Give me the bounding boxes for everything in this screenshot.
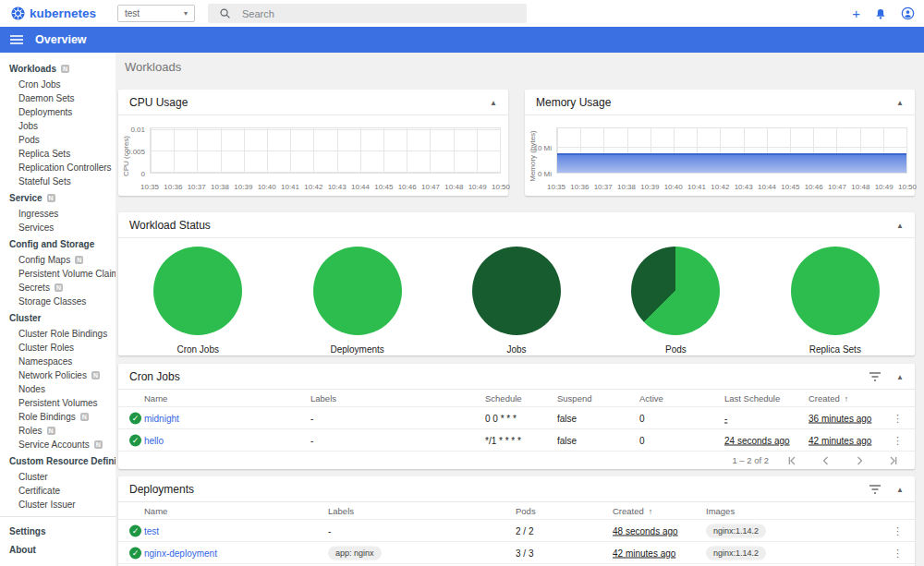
x-tick-label: 10:43 [735, 183, 753, 191]
first-page-icon[interactable] [787, 455, 798, 466]
sidebar-item-replica-sets[interactable]: Replica Sets [0, 147, 116, 161]
sidebar-item-cluster-role-bindings[interactable]: Cluster Role Bindings [0, 327, 116, 341]
namespaced-badge: N [75, 256, 83, 264]
hamburger-menu-icon[interactable] [10, 34, 23, 45]
created-cell[interactable]: 48 seconds ago [613, 525, 678, 536]
collapse-icon[interactable]: ▲ [490, 98, 497, 106]
collapse-icon[interactable]: ▲ [896, 221, 904, 229]
sidebar-item-secrets[interactable]: SecretsN [0, 281, 116, 295]
sidebar-section-custom-resource-definitions[interactable]: Custom Resource Definitions [0, 452, 116, 470]
sidebar-item-certificate[interactable]: Certificate [0, 484, 116, 498]
created-cell[interactable]: 36 minutes ago [808, 413, 871, 423]
namespaced-badge: N [61, 65, 69, 73]
column-header-labels[interactable]: Labels [310, 393, 336, 403]
previous-page-icon[interactable] [821, 455, 832, 466]
row-menu-icon[interactable]: ⋮ [893, 434, 903, 446]
sidebar-item-persistent-volumes[interactable]: Persistent Volumes [0, 396, 116, 410]
sidebar-item-role-bindings[interactable]: Role BindingsN [0, 410, 116, 424]
sidebar-section-workloads[interactable]: WorkloadsN [0, 59, 116, 78]
sidebar-item-deployments[interactable]: Deployments [0, 105, 116, 119]
table-row: ✓midnight-0 0 * * *false0-36 minutes ago… [118, 407, 915, 429]
pie-label: Pods [665, 344, 687, 355]
sidebar-item-roles[interactable]: RolesN [0, 424, 116, 438]
cpu-usage-card: CPU Usage ▲ CPU (cores) 0.010.0050 10:35… [118, 90, 508, 196]
y-tick-label: 0 [141, 170, 145, 178]
row-menu-icon[interactable]: ⋮ [893, 412, 903, 424]
sidebar-item-namespaces[interactable]: Namespaces [0, 355, 116, 368]
namespace-selector[interactable]: test ▾ [117, 5, 195, 22]
x-tick-label: 10:35 [547, 183, 565, 191]
column-header-labels[interactable]: Labels [328, 506, 354, 516]
created-cell[interactable]: 42 minutes ago [808, 435, 871, 445]
sidebar-item-storage-classes[interactable]: Storage Classes [0, 295, 116, 308]
column-header-images[interactable]: Images [706, 506, 735, 516]
row-menu-icon[interactable]: ⋮ [893, 547, 903, 559]
column-header-suspend[interactable]: Suspend [557, 393, 592, 403]
kubernetes-logo[interactable]: kubernetes [11, 0, 96, 27]
gridline [557, 147, 906, 148]
pods-cell: 2 / 2 [516, 525, 533, 536]
column-header-name[interactable]: Name [144, 393, 167, 403]
name-cell[interactable]: hello [144, 435, 164, 445]
sidebar-item-config-maps[interactable]: Config MapsN [0, 253, 116, 267]
x-tick-label: 10:35 [140, 183, 159, 191]
workload-status-deployments: Deployments [277, 238, 436, 355]
column-header-pods[interactable]: Pods [516, 506, 536, 516]
sidebar-item-stateful-sets[interactable]: Stateful Sets [0, 175, 116, 188]
filter-icon[interactable] [869, 484, 881, 495]
labels-cell: app: nginx [328, 548, 382, 558]
column-header-schedule[interactable]: Schedule [485, 393, 522, 403]
sidebar-item-persistent-volume-claims[interactable]: Persistent Volume ClaimsN [0, 267, 116, 281]
sidebar-item-services[interactable]: Services [0, 221, 116, 235]
collapse-icon[interactable]: ▲ [896, 372, 904, 380]
sidebar-item-jobs[interactable]: Jobs [0, 119, 116, 133]
sidebar-item-replication-controllers[interactable]: Replication Controllers [0, 161, 116, 175]
x-tick-label: 10:50 [492, 183, 510, 191]
table-body: ✓test-2 / 248 seconds agonginx:1.14.2⋮✓n… [118, 520, 915, 564]
sidebar-item-ingresses[interactable]: Ingresses [0, 207, 116, 221]
account-icon[interactable] [901, 6, 915, 20]
last-schedule-cell[interactable]: - [724, 413, 727, 423]
sidebar-section-cluster[interactable]: Cluster [0, 308, 116, 327]
column-header-last-schedule[interactable]: Last Schedule [724, 393, 780, 403]
last-page-icon[interactable] [887, 455, 898, 466]
sidebar-section-config-and-storage[interactable]: Config and Storage [0, 235, 116, 253]
column-header-created[interactable]: Created↑ [808, 393, 848, 403]
search-input[interactable]: Search [208, 4, 527, 23]
sidebar-item-pods[interactable]: Pods [0, 133, 116, 147]
collapse-icon[interactable]: ▲ [896, 485, 904, 493]
sidebar-item-cluster[interactable]: Cluster [0, 470, 116, 484]
create-resource-button[interactable]: + [852, 6, 860, 20]
last-schedule-cell[interactable]: 24 seconds ago [724, 435, 790, 445]
sidebar-item-settings[interactable]: Settings [0, 522, 116, 540]
sidebar-item-about[interactable]: About [0, 540, 116, 559]
topbar-actions: + [852, 0, 915, 27]
images-cell: nginx:1.14.2 [706, 548, 766, 558]
sidebar-item-service-accounts[interactable]: Service AccountsN [0, 438, 116, 452]
sidebar-item-cluster-issuer[interactable]: Cluster Issuer [0, 498, 116, 512]
name-cell[interactable]: test [144, 525, 159, 536]
row-menu-icon[interactable]: ⋮ [893, 524, 903, 536]
created-cell[interactable]: 42 minutes ago [613, 548, 675, 558]
sidebar-item-cron-jobs[interactable]: Cron Jobs [0, 78, 116, 91]
filter-icon[interactable] [869, 371, 881, 382]
sidebar-item-cluster-roles[interactable]: Cluster Roles [0, 341, 116, 355]
labels-cell: - [310, 435, 313, 445]
column-header-name[interactable]: Name [144, 506, 167, 516]
name-cell[interactable]: midnight [144, 413, 179, 423]
next-page-icon[interactable] [854, 455, 865, 466]
x-tick-label: 10:37 [188, 183, 206, 191]
sidebar-item-nodes[interactable]: Nodes [0, 382, 116, 396]
sidebar-item-network-policies[interactable]: Network PoliciesN [0, 368, 116, 382]
gridline [906, 128, 907, 173]
collapse-icon[interactable]: ▲ [896, 98, 904, 106]
sidebar-section-service[interactable]: ServiceN [0, 188, 116, 207]
column-header-created[interactable]: Created↑ [613, 506, 652, 516]
notifications-bell-icon[interactable] [874, 7, 887, 20]
name-cell[interactable]: nginx-deployment [144, 548, 217, 558]
sidebar-item-daemon-sets[interactable]: Daemon Sets [0, 91, 116, 105]
table-row: ✓test-2 / 248 seconds agonginx:1.14.2⋮ [118, 520, 915, 542]
column-header-active[interactable]: Active [639, 393, 663, 403]
table-header-row: NameLabelsScheduleSuspendActiveLast Sche… [118, 390, 915, 407]
memory-usage-card-header: Memory Usage ▲ [525, 90, 915, 115]
